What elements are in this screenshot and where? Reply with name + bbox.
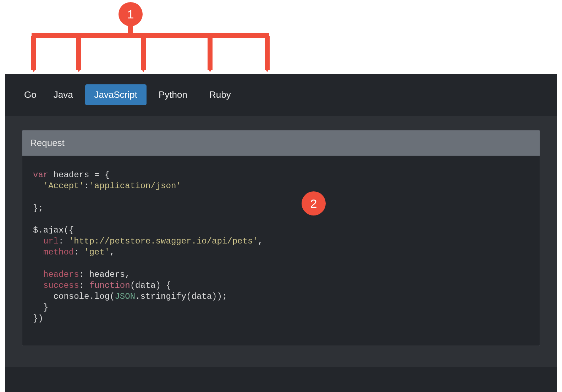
tab-java[interactable]: Java <box>44 85 83 105</box>
code-token: JSON <box>115 292 135 301</box>
code-token: url <box>43 236 59 246</box>
tab-javascript[interactable]: JavaScript <box>85 84 147 105</box>
tab-label: Java <box>54 89 73 100</box>
annotation-area: 1 <box>0 0 562 74</box>
code-token: 'application/json' <box>89 181 181 191</box>
tab-ruby[interactable]: Ruby <box>199 85 241 105</box>
tab-label: Python <box>159 89 187 100</box>
code-token: var <box>33 170 48 180</box>
callout-badge-1-label: 1 <box>127 7 134 21</box>
callout-badge-2-label: 2 <box>310 197 317 211</box>
code-token: 'get' <box>84 247 110 257</box>
callout-badge-1: 1 <box>119 2 143 26</box>
code-token: headers <box>43 270 79 279</box>
code-token: 'http://petstore.swagger.io/api/pets' <box>69 236 258 246</box>
callout-arrows <box>0 0 562 80</box>
code-token: : <box>84 181 89 191</box>
code-token: : <box>74 247 84 257</box>
section-header-title: Request <box>30 138 65 148</box>
code-token: function <box>89 281 130 290</box>
callout-badge-2: 2 <box>302 191 326 215</box>
code-token: : <box>59 236 69 246</box>
tab-label: Go <box>24 89 37 100</box>
tab-label: Ruby <box>209 89 231 100</box>
api-docs-panel: GoJavaJavaScriptPythonRuby Request var h… <box>5 74 557 392</box>
code-token: success <box>43 281 79 290</box>
code-token: : <box>79 281 89 290</box>
content-area: Request var headers = { 'Accept':'applic… <box>5 116 557 367</box>
tab-go[interactable]: Go <box>19 85 42 105</box>
code-token: 'Accept' <box>43 181 84 191</box>
language-tab-bar: GoJavaJavaScriptPythonRuby <box>5 74 557 116</box>
section-header-request: Request <box>22 130 540 156</box>
tab-label: JavaScript <box>94 89 137 100</box>
code-sample: var headers = { 'Accept':'application/js… <box>22 156 540 346</box>
tab-python[interactable]: Python <box>149 85 197 105</box>
code-token: method <box>43 247 74 257</box>
